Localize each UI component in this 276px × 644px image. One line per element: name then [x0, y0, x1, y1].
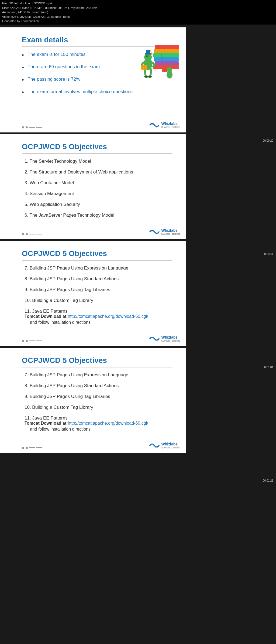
- whizlabs-name-3: Whizlabs: [161, 335, 180, 339]
- slide-4-item-4: 10. Building a Custom Tag Library: [22, 405, 172, 410]
- slide-3-item-3: 9. Building JSP Pages Using Tag Librarie…: [22, 287, 172, 292]
- slide-3-title: OCPJWCD 5 Objectives: [22, 249, 172, 261]
- timestamp-1: 00:00:20: [263, 139, 273, 142]
- whizlabs-icon: [149, 121, 160, 128]
- slide-4-title: OCPJWCD 5 Objectives: [22, 356, 172, 367]
- svg-rect-3: [154, 57, 179, 62]
- slide-2-list: 1. The Servlet Technology Model 2. The S…: [22, 159, 172, 218]
- whizlabs-icon-3: [149, 335, 160, 342]
- slide-3: OCPJWCD 5 Objectives 7. Building JSP Pag…: [0, 241, 186, 346]
- bullet-4: The exam format involves multiple choice…: [22, 89, 172, 96]
- slide-2-item-6: 6. The JavaServer Pages Technology Model: [22, 213, 172, 218]
- file-info-line5: Generated by Thumbnail.me: [2, 19, 274, 23]
- slide-4-item-3: 9. Building JSP Pages Using Tag Librarie…: [22, 394, 172, 399]
- whizlabs-tagline-4: Success, certified: [161, 446, 180, 449]
- whizlabs-name-1: Whizlabs: [161, 121, 180, 126]
- slide-2-item-2: 2. The Structure and Deployment of Web a…: [22, 169, 172, 175]
- tomcat-link[interactable]: http://tomcat.apache.org/download-60.cgi…: [68, 314, 148, 319]
- slide-2: OCPJWCD 5 Objectives 1. The Servlet Tech…: [0, 134, 186, 239]
- slide-4-item-2: 8. Building JSP Pages Using Standard Act…: [22, 383, 172, 389]
- slide-4: OCPJWCD 5 Objectives 7. Building JSP Pag…: [0, 348, 186, 453]
- tomcat-label-4: Tomcat Download at:: [25, 421, 68, 425]
- svg-point-22: [167, 71, 172, 79]
- slide-1-controls: [22, 126, 42, 128]
- whizlabs-icon-2: [149, 228, 160, 235]
- file-info-line4: Video: h264, yuv420p, 1278x720, 30.03 fp…: [2, 15, 274, 19]
- slide-4-item-5: 11. Java EE Patterns Tomcat Download at:…: [22, 415, 172, 432]
- slide-2-item-4: 4. Session Management: [22, 191, 172, 196]
- svg-rect-0: [155, 45, 179, 49]
- whizlabs-tagline-1: Success, certified: [161, 126, 180, 128]
- slide-1-whizlabs-logo: Whizlabs Success, certified: [149, 121, 180, 128]
- slide-2-item-3: 3. Web Container Model: [22, 180, 172, 186]
- slide-4-whizlabs-logo: Whizlabs Success, certified: [149, 442, 180, 449]
- svg-rect-5: [153, 65, 179, 69]
- slide-4-list: 7. Building JSP Pages Using Expression L…: [22, 372, 172, 432]
- timestamp-4: 00:01:21: [263, 479, 273, 482]
- slide-3-item-5: 11. Java EE Patterns Tomcat Download at:…: [22, 309, 172, 325]
- slide-3-whizlabs-logo: Whizlabs Success, certified: [149, 335, 180, 342]
- slide-2-whizlabs-logo: Whizlabs Success, certified: [149, 228, 180, 235]
- timestamp-2: 00:00:41: [263, 253, 273, 255]
- slide-2-item-5: 5. Web application Security: [22, 202, 172, 207]
- slide-3-item-4: 10. Building a Custom Tag Library: [22, 298, 172, 303]
- tomcat-download-line: Tomcat Download at:http://tomcat.apache.…: [25, 314, 172, 319]
- file-info-line3: Audio: aac, 44100 Hz, stereo (und): [2, 10, 274, 15]
- slide-2-controls: [22, 233, 42, 235]
- slide-4-item-1: 7. Building JSP Pages Using Expression L…: [22, 372, 172, 378]
- file-info-line2: Size: 3290266 bytes (3.14 MiB), duration…: [2, 6, 274, 10]
- svg-rect-4: [155, 61, 179, 66]
- file-info-line1: File: 001 Introduction of SCWCD.mp4: [2, 1, 274, 6]
- whizlabs-name-2: Whizlabs: [161, 228, 180, 233]
- timestamp-3: 00:01:01: [263, 366, 273, 369]
- slide-4-item-5-text: 11. Java EE Patterns: [25, 415, 68, 421]
- slide-2-title: OCPJWCD 5 Objectives: [22, 142, 172, 154]
- slide-3-controls: [22, 340, 42, 342]
- whizlabs-name-4: Whizlabs: [161, 442, 180, 446]
- tomcat-link-4[interactable]: http://tomcat.apache.org/download-60.cgi…: [68, 421, 148, 425]
- tomcat-download-line-4: Tomcat Download at:http://tomcat.apache.…: [25, 421, 172, 426]
- svg-point-14: [148, 76, 152, 78]
- slide-2-item-1: 1. The Servlet Technology Model: [22, 159, 172, 164]
- svg-rect-1: [154, 49, 179, 53]
- slide-3-list: 7. Building JSP Pages Using Expression L…: [22, 265, 172, 325]
- file-info-bar: File: 001 Introduction of SCWCD.mp4 Size…: [0, 0, 276, 25]
- svg-point-11: [146, 55, 148, 57]
- slide-3-item-5-text: 11. Java EE Patterns: [25, 309, 68, 314]
- slide-3-item-1: 7. Building JSP Pages Using Expression L…: [22, 265, 172, 271]
- svg-line-19: [150, 50, 152, 54]
- tomcat-label: Tomcat Download at:: [25, 314, 68, 319]
- tomcat-follow-4: and follow installation directions: [25, 427, 172, 432]
- slide-1: Exam details: [0, 27, 186, 132]
- svg-rect-18: [146, 50, 150, 54]
- tomcat-follow: and follow installation directions: [25, 320, 172, 325]
- whizlabs-tagline-2: Success, certified: [161, 233, 180, 235]
- whizlabs-icon-4: [149, 442, 160, 449]
- svg-point-20: [151, 53, 153, 55]
- exam-illustration: [140, 40, 182, 80]
- slide-4-controls: [22, 447, 42, 449]
- svg-rect-2: [153, 53, 179, 57]
- slide-3-item-2: 8. Building JSP Pages Using Standard Act…: [22, 276, 172, 282]
- whizlabs-tagline-3: Success, certified: [161, 339, 180, 342]
